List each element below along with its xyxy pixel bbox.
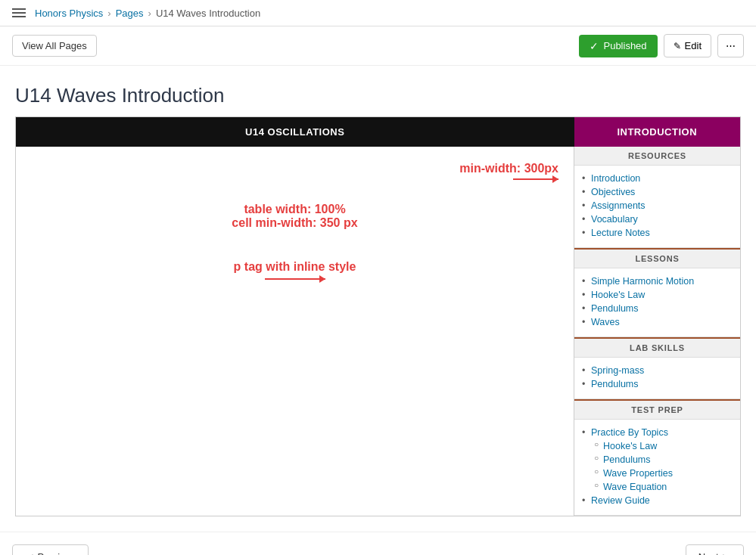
- breadcrumb-honors-physics[interactable]: Honors Physics: [35, 8, 103, 19]
- list-item[interactable]: Waves: [582, 315, 733, 329]
- breadcrumb-current: U14 Waves Introduction: [156, 8, 260, 19]
- list-item[interactable]: Spring-mass: [582, 364, 733, 377]
- main-content: U14 OSCILLATIONS INTRODUCTION min-width:…: [0, 116, 756, 516]
- view-all-pages-button[interactable]: View All Pages: [12, 35, 97, 57]
- left-col-body: min-width: 300px table width: 100% cell …: [16, 147, 574, 516]
- more-options-button[interactable]: ⋯: [717, 34, 744, 57]
- list-item[interactable]: Pendulums: [594, 453, 733, 467]
- list-item[interactable]: Hooke's Law: [582, 288, 733, 302]
- list-item[interactable]: Hooke's Law: [594, 439, 733, 453]
- breadcrumb-sep-1: ›: [107, 8, 110, 19]
- list-item[interactable]: Wave Equation: [594, 480, 733, 494]
- list-item[interactable]: Review Guide: [582, 494, 733, 507]
- bottom-nav: ◄ Previous Next ►: [0, 532, 756, 555]
- edit-label: Edit: [685, 40, 702, 51]
- published-label: Published: [603, 40, 646, 51]
- list-item[interactable]: Pendulums: [582, 377, 733, 391]
- resources-list: Introduction Objectives Assignments Voca…: [574, 166, 740, 248]
- list-item[interactable]: Practice By Topics: [582, 426, 733, 439]
- annotation-min-width: min-width: 300px: [31, 162, 558, 180]
- next-button[interactable]: Next ►: [686, 544, 744, 555]
- annotation-arrow-right: [31, 178, 558, 180]
- arrow-line-p-tag: [265, 278, 325, 280]
- list-item[interactable]: Simple Harmonic Motion: [582, 274, 733, 288]
- lessons-header: LESSONS: [574, 248, 740, 268]
- left-col-header: U14 OSCILLATIONS: [16, 117, 574, 147]
- page-title-area: U14 Waves Introduction: [0, 66, 756, 116]
- lab-skills-list: Spring-mass Pendulums: [574, 358, 740, 399]
- annotation-p-tag: p tag with inline style: [31, 260, 558, 280]
- right-col-header: INTRODUCTION: [574, 117, 741, 147]
- breadcrumb-sep-2: ›: [148, 8, 151, 19]
- lessons-list: Simple Harmonic Motion Hooke's Law Pendu…: [574, 268, 740, 337]
- check-icon: ✓: [590, 40, 599, 52]
- published-button[interactable]: ✓ Published: [579, 35, 657, 57]
- top-nav: Honors Physics › Pages › U14 Waves Intro…: [0, 0, 756, 26]
- test-prep-header: TEST PREP: [574, 399, 740, 420]
- hamburger-icon[interactable]: [12, 6, 26, 20]
- breadcrumb-pages[interactable]: Pages: [116, 8, 144, 19]
- edit-button[interactable]: ✎ Edit: [664, 34, 711, 57]
- lab-skills-header: LAB SKILLS: [574, 337, 740, 358]
- list-item[interactable]: Vocabulary: [582, 212, 733, 226]
- list-item[interactable]: Wave Properties: [594, 467, 733, 480]
- list-item[interactable]: Introduction: [582, 172, 733, 185]
- page-title: U14 Waves Introduction: [15, 84, 741, 107]
- list-item[interactable]: Pendulums: [582, 302, 733, 315]
- pencil-icon: ✎: [674, 41, 681, 51]
- test-prep-list: Practice By Topics Hooke's Law Pendulums…: [574, 420, 740, 516]
- arrow-line-min-width: [513, 178, 558, 180]
- list-item[interactable]: Lecture Notes: [582, 226, 733, 240]
- breadcrumb: Honors Physics › Pages › U14 Waves Intro…: [35, 8, 260, 19]
- list-item[interactable]: Assignments: [582, 199, 733, 212]
- list-item[interactable]: Objectives: [582, 185, 733, 199]
- toolbar-right: ✓ Published ✎ Edit ⋯: [579, 34, 744, 57]
- annotation-p-arrow: [31, 278, 558, 280]
- previous-button[interactable]: ◄ Previous: [12, 544, 89, 555]
- annotation-table-width: table width: 100% cell min-width: 350 px: [31, 203, 558, 230]
- right-col-body: RESOURCES Introduction Objectives Assign…: [574, 147, 741, 516]
- content-table: U14 OSCILLATIONS INTRODUCTION min-width:…: [15, 116, 741, 516]
- toolbar: View All Pages ✓ Published ✎ Edit ⋯: [0, 26, 756, 66]
- resources-header: RESOURCES: [574, 147, 740, 166]
